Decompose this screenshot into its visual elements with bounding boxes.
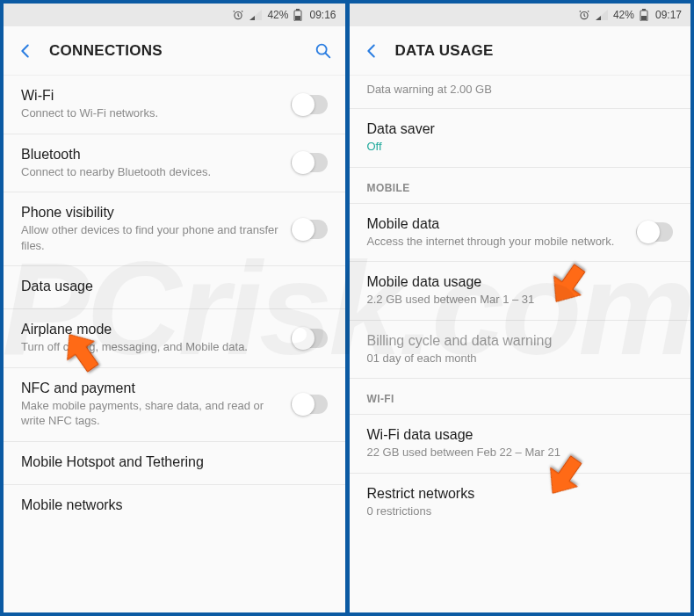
- row-wifi[interactable]: Wi-Fi Connect to Wi-Fi networks.: [4, 76, 345, 134]
- section-wifi: WI-FI: [350, 379, 691, 415]
- bluetooth-toggle[interactable]: [291, 153, 328, 172]
- row-title: Wi-Fi data usage: [367, 427, 665, 443]
- signal-icon: [596, 10, 608, 20]
- signal-icon: [249, 10, 262, 20]
- clock-time: 09:16: [309, 9, 336, 21]
- phone-right: 42% 09:17 DATA USAGE Data warning at 2.0…: [350, 4, 691, 612]
- visibility-toggle[interactable]: [291, 220, 328, 239]
- nfc-toggle[interactable]: [291, 395, 328, 414]
- phone-left: 42% 09:16 CONNECTIONS Wi-Fi Connect to W…: [4, 4, 345, 612]
- svg-rect-8: [641, 16, 647, 20]
- row-phone-visibility[interactable]: Phone visibility Allow other devices to …: [4, 192, 345, 266]
- svg-point-4: [316, 44, 326, 54]
- row-wifi-data-usage[interactable]: Wi-Fi data usage 22 GB used between Feb …: [350, 415, 691, 474]
- page-title: CONNECTIONS: [49, 42, 314, 60]
- row-title: Mobile data usage: [367, 274, 665, 290]
- row-mobile-networks[interactable]: Mobile networks: [4, 485, 345, 527]
- row-subtitle: Turn off calling, messaging, and Mobile …: [21, 339, 282, 355]
- page-title: DATA USAGE: [395, 42, 679, 60]
- row-title: Billing cycle and data warning: [367, 333, 665, 349]
- row-subtitle: Off: [367, 139, 665, 155]
- row-subtitle: Access the internet through your mobile …: [367, 234, 628, 250]
- row-title: Mobile Hotspot and Tethering: [21, 454, 319, 470]
- svg-rect-3: [295, 16, 300, 20]
- row-subtitle: 2.2 GB used between Mar 1 – 31: [367, 292, 665, 308]
- row-airplane-mode[interactable]: Airplane mode Turn off calling, messagin…: [4, 309, 345, 368]
- row-subtitle: 0 restrictions: [367, 504, 665, 519]
- row-title: NFC and payment: [21, 380, 282, 396]
- row-restrict-networks[interactable]: Restrict networks 0 restrictions: [350, 474, 691, 532]
- clock-time: 09:17: [655, 9, 682, 21]
- alarm-icon: [232, 9, 244, 21]
- section-mobile: MOBILE: [350, 168, 691, 204]
- row-data-usage[interactable]: Data usage: [4, 266, 345, 309]
- row-data-saver[interactable]: Data saver Off: [350, 109, 691, 168]
- search-icon[interactable]: [314, 41, 333, 61]
- row-title: Airplane mode: [21, 322, 282, 337]
- row-title: Mobile data: [367, 216, 628, 232]
- svg-rect-7: [642, 9, 646, 11]
- svg-rect-2: [296, 9, 300, 11]
- battery-percent: 42%: [613, 9, 634, 21]
- header: CONNECTIONS: [4, 26, 345, 76]
- row-mobile-data-usage[interactable]: Mobile data usage 2.2 GB used between Ma…: [350, 262, 691, 321]
- row-nfc-payment[interactable]: NFC and payment Make mobile payments, sh…: [4, 368, 345, 442]
- battery-icon: [293, 9, 302, 21]
- row-subtitle: Connect to Wi-Fi networks.: [21, 105, 282, 121]
- row-title: Mobile networks: [21, 497, 319, 513]
- status-bar: 42% 09:17: [350, 4, 691, 26]
- row-mobile-data[interactable]: Mobile data Access the internet through …: [350, 204, 691, 263]
- row-hotspot[interactable]: Mobile Hotspot and Tethering: [4, 442, 345, 485]
- row-title: Bluetooth: [21, 147, 282, 163]
- row-billing-cycle[interactable]: Billing cycle and data warning 01 day of…: [350, 321, 691, 380]
- back-icon[interactable]: [16, 41, 35, 61]
- mobile-data-toggle[interactable]: [636, 222, 673, 242]
- settings-list: Wi-Fi Connect to Wi-Fi networks. Bluetoo…: [4, 76, 345, 612]
- row-bluetooth[interactable]: Bluetooth Connect to nearby Bluetooth de…: [4, 134, 345, 193]
- row-title: Data usage: [21, 279, 319, 294]
- alarm-icon: [578, 9, 590, 21]
- row-title: Wi-Fi: [21, 88, 282, 104]
- settings-list: Data warning at 2.00 GB Data saver Off M…: [350, 76, 691, 612]
- back-icon[interactable]: [362, 41, 381, 61]
- airplane-toggle[interactable]: [291, 329, 328, 348]
- row-title: Data saver: [367, 121, 665, 137]
- battery-icon: [640, 9, 648, 21]
- row-subtitle: 22 GB used between Feb 22 – Mar 21: [367, 445, 665, 460]
- header: DATA USAGE: [350, 26, 691, 76]
- row-subtitle: Connect to nearby Bluetooth devices.: [21, 164, 282, 180]
- battery-percent: 42%: [267, 9, 288, 21]
- row-title: Restrict networks: [367, 486, 665, 502]
- row-title: Phone visibility: [21, 205, 282, 221]
- row-subtitle: Make mobile payments, share data, and re…: [21, 398, 282, 429]
- wifi-toggle[interactable]: [291, 95, 328, 114]
- row-subtitle: 01 day of each month: [367, 351, 665, 366]
- row-subtitle: Allow other devices to find your phone a…: [21, 222, 282, 253]
- status-bar: 42% 09:16: [4, 4, 345, 26]
- data-warning-text: Data warning at 2.00 GB: [350, 76, 691, 109]
